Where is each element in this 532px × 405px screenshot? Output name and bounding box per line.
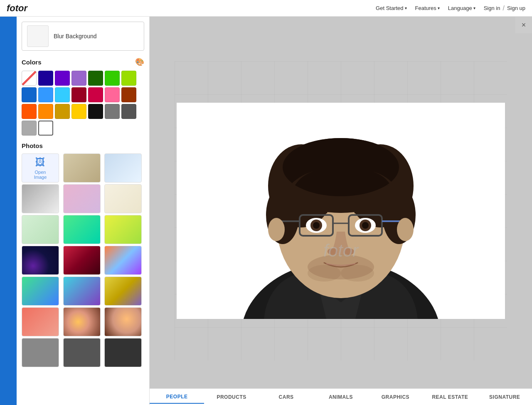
photo-thumb-pink-lavender[interactable] — [63, 184, 101, 213]
blur-bg-preview — [27, 25, 49, 47]
photo-thumb-yellow-green[interactable] — [104, 215, 142, 244]
color-swatch-sky-blue[interactable] — [38, 87, 53, 102]
photos-section-title: Photos — [22, 142, 144, 149]
color-swatch-black[interactable] — [88, 104, 103, 119]
left-sidebar-bar — [0, 17, 17, 405]
color-grid — [22, 71, 144, 136]
open-image-button[interactable]: 🖼 OpenImage — [22, 153, 59, 183]
color-swatch-white[interactable] — [38, 121, 53, 136]
top-nav: fotor Get Started ▾ Features ▾ Language … — [0, 0, 532, 17]
color-swatch-dark-green[interactable] — [88, 71, 103, 86]
tab-signature[interactable]: SIGNATURE — [478, 391, 532, 403]
photo-thumb-rainbow[interactable] — [104, 246, 142, 275]
svg-point-10 — [283, 138, 399, 196]
tab-cars[interactable]: CARS — [259, 391, 313, 403]
photo-thumb-extra3[interactable] — [104, 338, 142, 367]
color-swatch-light-gray[interactable] — [22, 121, 37, 136]
color-swatch-orange[interactable] — [22, 104, 37, 119]
color-swatch-brown-red[interactable] — [121, 87, 136, 102]
nav-divider: / — [502, 5, 504, 12]
open-image-icon: 🖼 — [35, 156, 45, 168]
svg-point-25 — [344, 248, 354, 255]
person-image: fotor — [177, 103, 505, 319]
color-swatch-cyan[interactable] — [55, 87, 70, 102]
color-swatch-purple[interactable] — [55, 71, 70, 86]
tab-real-estate[interactable]: REAL ESTATE — [423, 391, 477, 403]
photo-thumb-green-cyan[interactable] — [63, 215, 101, 244]
color-swatch-blue2[interactable] — [22, 87, 37, 102]
photo-thumb-green-blue[interactable] — [22, 277, 59, 306]
app-logo: fotor — [7, 3, 27, 14]
color-swatch-gold[interactable] — [55, 104, 70, 119]
color-swatch-crimson[interactable] — [88, 87, 103, 102]
color-swatch-green[interactable] — [105, 71, 120, 86]
photo-thumb-extra2[interactable] — [63, 338, 101, 367]
features-link[interactable]: Features ▾ — [415, 5, 440, 11]
photo-thumb-cream[interactable] — [104, 184, 142, 213]
blur-background-item[interactable]: Blur Background — [22, 22, 144, 51]
chevron-down-icon: ▾ — [405, 6, 407, 10]
photo-thumb-red-dark[interactable] — [63, 246, 101, 275]
portrait-svg — [177, 103, 505, 319]
close-button[interactable]: × — [515, 17, 532, 33]
language-link[interactable]: Language ▾ — [448, 5, 475, 11]
colors-section-title: Colors — [22, 59, 42, 66]
palette-icon[interactable]: 🎨 — [135, 57, 144, 67]
tab-animals[interactable]: ANIMALS — [313, 391, 368, 403]
tab-products[interactable]: PRODUCTS — [204, 391, 259, 403]
svg-point-20 — [313, 222, 320, 229]
sign-up-link[interactable]: Sign up — [507, 5, 525, 11]
photo-thumb-dark-blue[interactable] — [22, 246, 59, 275]
colors-section-header: Colors 🎨 — [22, 57, 144, 67]
color-swatch-yellow[interactable] — [71, 104, 86, 119]
color-swatch-orange2[interactable] — [38, 104, 53, 119]
svg-point-24 — [328, 248, 337, 255]
canvas-container: fotor — [175, 61, 507, 361]
photo-thumb-extra1[interactable] — [22, 338, 59, 367]
photo-thumb-bokeh[interactable] — [63, 307, 101, 336]
svg-point-29 — [308, 265, 341, 282]
open-image-label: OpenImage — [34, 170, 47, 180]
photo-thumb-gray[interactable] — [22, 184, 59, 213]
color-swatch-gray[interactable] — [105, 104, 120, 119]
photo-thumb-blue-white[interactable] — [104, 153, 142, 183]
sign-in-link[interactable]: Sign in — [484, 5, 500, 11]
chevron-down-icon: ▾ — [473, 6, 475, 10]
photo-thumb-beige[interactable] — [63, 153, 101, 183]
photo-thumb-red-peach[interactable] — [22, 307, 59, 336]
svg-point-30 — [341, 265, 374, 282]
color-swatch-transparent[interactable] — [22, 71, 37, 86]
color-swatch-pink[interactable] — [105, 87, 120, 102]
svg-point-23 — [362, 222, 369, 229]
tab-people[interactable]: PEOPLE — [150, 390, 204, 404]
main-canvas-area: fotor — [150, 17, 532, 405]
photo-thumb-cyan-purple[interactable] — [63, 277, 101, 306]
color-swatch-light-green[interactable] — [121, 71, 136, 86]
nav-links: Get Started ▾ Features ▾ Language ▾ Sign… — [376, 5, 525, 12]
sidebar-panel: Blur Background Colors 🎨 Ph — [17, 17, 150, 405]
bottom-tabs: PEOPLE PRODUCTS CARS ANIMALS GRAPHICS RE… — [150, 388, 532, 405]
color-swatch-lavender[interactable] — [71, 71, 86, 86]
tab-graphics[interactable]: GRAPHICS — [368, 391, 423, 403]
blur-bg-label: Blur Background — [54, 33, 97, 40]
color-swatch-dark-red[interactable] — [71, 87, 86, 102]
svg-point-26 — [268, 218, 285, 241]
photo-thumb-yellow-purple[interactable] — [104, 277, 142, 306]
color-swatch-dark-gray[interactable] — [121, 104, 136, 119]
get-started-link[interactable]: Get Started ▾ — [376, 5, 406, 11]
photos-grid: 🖼 OpenImage — [22, 153, 144, 367]
chevron-down-icon: ▾ — [438, 6, 440, 10]
photo-thumb-bokeh2[interactable] — [104, 307, 142, 336]
color-swatch-dark-blue[interactable] — [38, 71, 53, 86]
photo-thumb-light-green[interactable] — [22, 215, 59, 244]
svg-point-27 — [397, 218, 414, 241]
